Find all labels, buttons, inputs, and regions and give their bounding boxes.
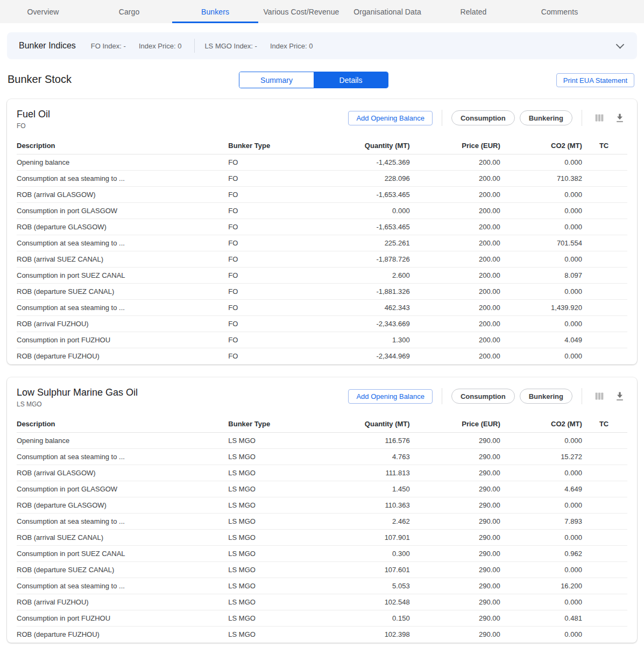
cell-bunker_type: LS MGO xyxy=(228,513,329,529)
cell-quantity: -2,344.969 xyxy=(329,348,410,364)
cell-tc xyxy=(582,315,627,332)
bunker-stock-header: Bunker Stock Summary Details Print EUA S… xyxy=(0,71,644,90)
cell-price: 290.00 xyxy=(410,448,500,465)
cell-quantity: -1,425.369 xyxy=(329,154,410,170)
cell-description: Consumption at sea steaming to ... xyxy=(17,299,228,315)
chevron-down-icon[interactable] xyxy=(616,40,625,49)
cell-price: 200.00 xyxy=(410,219,500,235)
column-settings-icon[interactable] xyxy=(591,389,607,403)
cell-price: 200.00 xyxy=(410,235,500,251)
cell-tc xyxy=(582,432,627,448)
table-row[interactable]: ROB (departure GLASGOW)FO-1,653.465200.0… xyxy=(17,219,627,235)
download-icon[interactable] xyxy=(612,390,627,403)
table-row[interactable]: ROB (arrival SUEZ CANAL)LS MGO107.901290… xyxy=(17,529,627,545)
cell-bunker_type: FO xyxy=(228,202,329,219)
table-row[interactable]: Opening balanceFO-1,425.369200.000.000 xyxy=(17,154,627,170)
cell-quantity: 0.150 xyxy=(329,610,410,626)
table-row[interactable]: Consumption at sea steaming to ...LS MGO… xyxy=(17,448,627,465)
cell-co2: 0.962 xyxy=(500,545,582,561)
table-row[interactable]: Consumption in port GLASGOWLS MGO1.45029… xyxy=(17,481,627,497)
cell-price: 290.00 xyxy=(410,561,500,578)
cell-quantity: -1,878.726 xyxy=(329,251,410,267)
table-row[interactable]: Consumption in port SUEZ CANALLS MGO0.30… xyxy=(17,545,627,561)
cell-quantity: 107.901 xyxy=(329,529,410,545)
cell-co2: 16.200 xyxy=(500,578,582,594)
cell-description: Consumption at sea steaming to ... xyxy=(17,170,228,186)
bunkering-button[interactable]: Bunkering xyxy=(520,389,572,404)
indices-divider xyxy=(194,39,195,53)
table-row[interactable]: Consumption in port GLASGOWFO0.000200.00… xyxy=(17,202,627,219)
cell-bunker_type: LS MGO xyxy=(228,561,329,578)
cell-description: Consumption at sea steaming to ... xyxy=(17,578,228,594)
column-settings-icon[interactable] xyxy=(591,111,607,125)
tab-cargo[interactable]: Cargo xyxy=(86,0,172,23)
cell-co2: 0.000 xyxy=(500,315,582,332)
tab-various-cost-revenue[interactable]: Various Cost/Revenue xyxy=(258,0,344,23)
table-row[interactable]: Consumption in port FUZHOULS MGO0.150290… xyxy=(17,610,627,626)
cell-price: 290.00 xyxy=(410,626,500,642)
table-row[interactable]: ROB (arrival FUZHOU)LS MGO102.548290.000… xyxy=(17,594,627,610)
column-header-bunker_type: Bunker Type xyxy=(228,137,329,154)
card-subtitle: LS MGO xyxy=(17,400,138,408)
consumption-button[interactable]: Consumption xyxy=(451,110,515,125)
table-row[interactable]: Consumption at sea steaming to ...LS MGO… xyxy=(17,513,627,529)
cell-price: 200.00 xyxy=(410,283,500,299)
table-row[interactable]: Consumption in port FUZHOUFO1.300200.004… xyxy=(17,332,627,348)
cell-bunker_type: LS MGO xyxy=(228,497,329,513)
cell-bunker_type: LS MGO xyxy=(228,448,329,465)
actions-divider xyxy=(442,110,442,126)
column-header-description: Description xyxy=(17,416,228,432)
table-row[interactable]: ROB (departure FUZHOU)LS MGO102.398290.0… xyxy=(17,626,627,642)
table-row[interactable]: Consumption in port SUEZ CANALFO2.600200… xyxy=(17,267,627,283)
cell-price: 200.00 xyxy=(410,170,500,186)
cell-description: ROB (departure FUZHOU) xyxy=(17,626,228,642)
cell-co2: 0.000 xyxy=(500,251,582,267)
cell-bunker_type: LS MGO xyxy=(228,432,329,448)
cell-description: ROB (departure SUEZ CANAL) xyxy=(17,561,228,578)
cell-quantity: 5.053 xyxy=(329,578,410,594)
table-row[interactable]: ROB (departure GLASGOW)LS MGO110.363290.… xyxy=(17,497,627,513)
cell-bunker_type: FO xyxy=(228,267,329,283)
bunker-indices-title: Bunker Indices xyxy=(19,41,76,51)
table-row[interactable]: ROB (departure SUEZ CANAL)FO-1,881.32620… xyxy=(17,283,627,299)
table-row[interactable]: Consumption at sea steaming to ...FO228.… xyxy=(17,170,627,186)
consumption-button[interactable]: Consumption xyxy=(451,389,515,404)
details-toggle-button[interactable]: Details xyxy=(314,72,388,88)
table-row[interactable]: ROB (arrival GLASGOW)LS MGO111.813290.00… xyxy=(17,465,627,481)
card-title: Low Sulphur Marine Gas Oil xyxy=(17,387,138,398)
bunker-indices-bar[interactable]: Bunker Indices FO Index: - Index Price: … xyxy=(7,32,637,59)
card-subtitle: FO xyxy=(17,122,50,130)
bunkering-button[interactable]: Bunkering xyxy=(520,110,572,125)
tab-comments[interactable]: Comments xyxy=(516,0,603,23)
table-row[interactable]: Consumption at sea steaming to ...FO462.… xyxy=(17,299,627,315)
add-opening-balance-button[interactable]: Add Opening Balance xyxy=(348,111,432,125)
print-eua-statement-button[interactable]: Print EUA Statement xyxy=(556,73,634,87)
summary-toggle-button[interactable]: Summary xyxy=(239,72,314,88)
add-opening-balance-button[interactable]: Add Opening Balance xyxy=(348,389,432,404)
table-row[interactable]: ROB (arrival GLASGOW)FO-1,653.465200.000… xyxy=(17,186,627,202)
cell-price: 290.00 xyxy=(410,578,500,594)
cell-co2: 0.000 xyxy=(500,497,582,513)
tab-related[interactable]: Related xyxy=(430,0,516,23)
cell-quantity: 116.576 xyxy=(329,432,410,448)
cell-bunker_type: FO xyxy=(228,170,329,186)
table-row[interactable]: Consumption at sea steaming to ...FO225.… xyxy=(17,235,627,251)
cell-description: Consumption in port GLASGOW xyxy=(17,202,228,219)
table-row[interactable]: ROB (arrival FUZHOU)FO-2,343.669200.000.… xyxy=(17,315,627,332)
column-header-price: Price (EUR) xyxy=(410,137,500,154)
table-row[interactable]: ROB (departure SUEZ CANAL)LS MGO107.6012… xyxy=(17,561,627,578)
download-icon[interactable] xyxy=(612,111,627,124)
table-row[interactable]: ROB (arrival SUEZ CANAL)FO-1,878.726200.… xyxy=(17,251,627,267)
cell-quantity: 102.398 xyxy=(329,626,410,642)
table-row[interactable]: Consumption at sea steaming to ...LS MGO… xyxy=(17,578,627,594)
cell-bunker_type: LS MGO xyxy=(228,481,329,497)
cell-description: Consumption at sea steaming to ... xyxy=(17,235,228,251)
tab-bunkers[interactable]: Bunkers xyxy=(172,0,258,23)
tab-organisational-data[interactable]: Organisational Data xyxy=(344,0,430,23)
cell-co2: 0.000 xyxy=(500,219,582,235)
table-row[interactable]: ROB (departure FUZHOU)FO-2,344.969200.00… xyxy=(17,348,627,364)
cell-tc xyxy=(582,267,627,283)
actions-divider xyxy=(442,388,442,404)
tab-overview[interactable]: Overview xyxy=(0,0,86,23)
table-row[interactable]: Opening balanceLS MGO116.576290.000.000 xyxy=(17,432,627,448)
